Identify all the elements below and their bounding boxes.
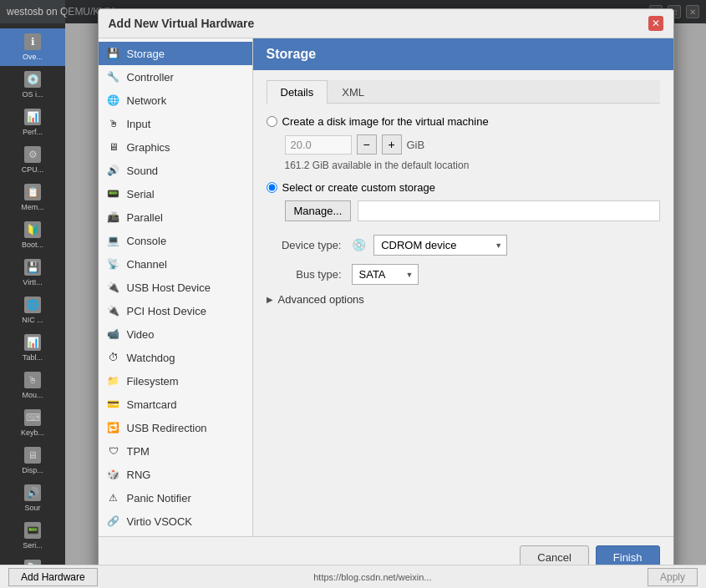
app-sidebar-item-cpu[interactable]: ⚙ CPU... <box>0 141 65 179</box>
app-sidebar-item-boot[interactable]: 🔰 Boot... <box>0 216 65 254</box>
hw-label-controller: Controller <box>127 71 174 84</box>
device-type-select-wrap: 💿 CDROM deviceDisk deviceFloppy deviceLU… <box>352 235 508 256</box>
hw-icon-network: 🌐 <box>107 94 120 107</box>
disk-size-input[interactable] <box>285 135 352 155</box>
app-sidebar-item-overview[interactable]: ℹ Ove... <box>0 28 65 66</box>
decrease-size-button[interactable]: − <box>357 134 377 155</box>
sidebar-icon-mem: 📋 <box>24 184 41 200</box>
advanced-options-row[interactable]: ▶ Advanced options <box>267 293 660 306</box>
hw-label-usb-host-device: USB Host Device <box>127 281 211 294</box>
hw-icon-storage: 💾 <box>107 47 120 60</box>
hw-item-usb-redirection[interactable]: 🔁 USB Redirection <box>99 416 252 439</box>
sidebar-icon-cpu: ⚙ <box>24 146 41 163</box>
hw-icon-channel: 📡 <box>107 257 120 271</box>
hw-item-input[interactable]: 🖱 Input <box>99 112 252 135</box>
hw-item-tpm[interactable]: 🛡 TPM <box>99 439 252 463</box>
sidebar-label-nic: NIC ... <box>22 316 43 324</box>
hw-item-pci-host-device[interactable]: 🔌 PCI Host Device <box>99 299 252 322</box>
manage-row: Manage... <box>285 200 660 221</box>
hw-item-graphics[interactable]: 🖥 Graphics <box>99 135 252 159</box>
hw-icon-controller: 🔧 <box>107 70 120 84</box>
custom-storage-label: Select or create custom storage <box>282 181 436 194</box>
hw-item-network[interactable]: 🌐 Network <box>99 89 252 112</box>
hardware-list: 💾 Storage🔧 Controller🌐 Network🖱 Input🖥 G… <box>99 38 253 536</box>
hw-item-usb-host-device[interactable]: 🔌 USB Host Device <box>99 276 252 299</box>
add-hardware-dialog: Add New Virtual Hardware ✕ 💾 Storage🔧 Co… <box>98 8 674 579</box>
hw-item-controller[interactable]: 🔧 Controller <box>99 65 252 89</box>
custom-storage-option: Select or create custom storage <box>267 181 660 194</box>
panel-header: Storage <box>253 38 673 70</box>
hw-item-smartcard[interactable]: 💳 Smartcard <box>99 393 252 416</box>
hw-item-video[interactable]: 📹 Video <box>99 322 252 346</box>
sidebar-icon-virtio: 💾 <box>24 259 41 276</box>
app-sidebar-item-mou[interactable]: 🖱 Mou... <box>0 367 65 404</box>
hw-icon-pci-host-device: 🔌 <box>107 304 120 317</box>
sidebar-label-cpu: CPU... <box>22 165 44 174</box>
hw-item-virtio-vsock[interactable]: 🔗 Virtio VSOCK <box>99 509 252 533</box>
hw-icon-tpm: 🛡 <box>107 444 120 458</box>
sidebar-label-disp: Disp... <box>22 466 43 474</box>
app-sidebar-item-virtio[interactable]: 💾 VirtI... <box>0 254 65 291</box>
hw-item-filesystem[interactable]: 📁 Filesystem <box>99 369 252 393</box>
sidebar-icon-perf: 📊 <box>24 109 41 125</box>
sidebar-icon-table: 📊 <box>24 334 41 351</box>
sidebar-label-table: Tabl... <box>23 353 43 362</box>
apply-button[interactable]: Apply <box>648 568 698 586</box>
hw-item-channel[interactable]: 📡 Channel <box>99 252 252 276</box>
sidebar-icon-seri: 📟 <box>24 522 41 539</box>
advanced-options-label: Advanced options <box>278 293 364 306</box>
hw-icon-usb-host-device: 🔌 <box>107 281 120 294</box>
bus-type-select[interactable]: SATAIDEUSBSCSIVirtIO <box>352 264 419 285</box>
sidebar-label-virtio: VirtI... <box>23 278 42 286</box>
dialog-title: Add New Virtual Hardware <box>109 17 255 30</box>
app-sidebar-item-table[interactable]: 📊 Tabl... <box>0 329 65 367</box>
bus-type-select-wrap: SATAIDEUSBSCSIVirtIO <box>352 264 419 285</box>
app-sidebar-item-perf[interactable]: 📊 Perf... <box>0 104 65 141</box>
sidebar-label-perf: Perf... <box>23 128 43 136</box>
app-sidebar-item-os[interactable]: 💿 OS i... <box>0 66 65 104</box>
hw-label-sound: Sound <box>127 165 159 177</box>
device-type-label: Device type: <box>267 239 342 251</box>
bus-type-label: Bus type: <box>267 268 342 281</box>
sidebar-label-sou: Sour <box>24 504 40 512</box>
hw-item-rng[interactable]: 🎲 RNG <box>99 463 252 486</box>
create-disk-option: Create a disk image for the virtual mach… <box>267 115 660 128</box>
app-sidebar-item-disp[interactable]: 🖥 Disp... <box>0 442 65 479</box>
hw-item-panic-notifier[interactable]: ⚠ Panic Notifier <box>99 486 252 509</box>
sidebar-label-mou: Mou... <box>22 391 43 399</box>
manage-button[interactable]: Manage... <box>285 200 352 221</box>
device-type-select[interactable]: CDROM deviceDisk deviceFloppy deviceLUN … <box>373 235 507 256</box>
hw-item-sound[interactable]: 🔊 Sound <box>99 159 252 182</box>
app-sidebar: ℹ Ove...💿 OS i...📊 Perf...⚙ CPU...📋 Mem.… <box>0 23 65 588</box>
hw-label-storage: Storage <box>127 48 165 60</box>
sidebar-label-os: OS i... <box>22 90 43 99</box>
app-sidebar-item-seri[interactable]: 📟 Seri... <box>0 517 65 555</box>
app-sidebar-item-keyb[interactable]: ⌨ Keyb... <box>0 404 65 442</box>
hw-icon-filesystem: 📁 <box>107 374 120 388</box>
gib-label: GiB <box>407 139 425 151</box>
hw-icon-watchdog: ⏱ <box>107 351 120 364</box>
hw-label-smartcard: Smartcard <box>127 398 177 411</box>
tab-details[interactable]: Details <box>267 80 328 104</box>
hw-icon-smartcard: 💳 <box>107 398 120 411</box>
hw-item-storage[interactable]: 💾 Storage <box>99 42 252 65</box>
dialog-title-bar: Add New Virtual Hardware ✕ <box>99 9 673 38</box>
increase-size-button[interactable]: + <box>382 134 402 155</box>
dialog-overlay: Add New Virtual Hardware ✕ 💾 Storage🔧 Co… <box>65 0 706 565</box>
add-hardware-button[interactable]: Add Hardware <box>8 568 98 586</box>
storage-path-input[interactable] <box>358 200 659 221</box>
sidebar-icon-keyb: ⌨ <box>24 409 41 426</box>
create-disk-radio[interactable] <box>267 116 277 127</box>
hw-item-serial[interactable]: 📟 Serial <box>99 182 252 205</box>
app-sidebar-item-mem[interactable]: 📋 Mem... <box>0 179 65 216</box>
app-sidebar-item-nic[interactable]: 🌐 NIC ... <box>0 291 65 329</box>
hw-item-parallel[interactable]: 📠 Parallel <box>99 205 252 229</box>
hw-icon-parallel: 📠 <box>107 210 120 224</box>
custom-storage-radio[interactable] <box>267 182 277 193</box>
tab-xml[interactable]: XML <box>328 80 378 104</box>
hw-icon-rng: 🎲 <box>107 468 120 481</box>
hw-item-watchdog[interactable]: ⏱ Watchdog <box>99 346 252 369</box>
hw-item-console[interactable]: 💻 Console <box>99 229 252 252</box>
app-sidebar-item-sou[interactable]: 🔊 Sour <box>0 479 65 517</box>
dialog-close-button[interactable]: ✕ <box>648 16 663 31</box>
